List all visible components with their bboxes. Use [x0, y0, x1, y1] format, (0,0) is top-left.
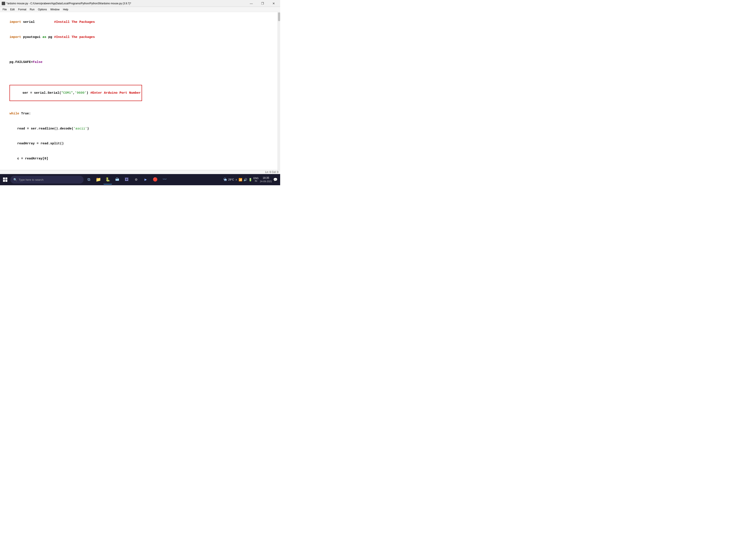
com-string: "COM1" [61, 91, 73, 95]
menu-options[interactable]: Options [36, 8, 48, 12]
code-line-6 [2, 70, 279, 75]
alias-pg: pg [46, 35, 52, 39]
search-placeholder: Type here to search [19, 178, 43, 181]
while-true: True: [19, 112, 31, 115]
menu-edit[interactable]: Edit [9, 8, 16, 12]
close-paren-serial: ) [86, 91, 90, 95]
search-icon: 🔍 [14, 178, 17, 182]
window-controls: — ❐ ✕ [247, 0, 279, 7]
clock-date: 24-09-2021 [260, 180, 272, 183]
weather-icon: 🌦 [224, 178, 227, 182]
spaces [35, 20, 54, 24]
c-assign: c = readArray[0] [10, 157, 48, 161]
terminal-icon: ▶ [145, 177, 147, 182]
python-icon: 🐍 [105, 177, 110, 182]
status-text: Ln: 6 Col: 0 [265, 171, 279, 174]
clock[interactable]: 18:35 24-09-2021 [260, 176, 272, 183]
menu-help[interactable]: Help [61, 8, 70, 12]
maximize-button[interactable]: ❐ [258, 0, 267, 7]
gallery-icon: 🖼 [125, 177, 129, 182]
app-icon [2, 2, 5, 5]
code-line-2: import pyautogui as pg #Install The pack… [2, 30, 279, 45]
comment-serial: #Enter Arduino Port Number [90, 91, 141, 95]
clock-time: 18:35 [260, 176, 272, 180]
system-tray: 🌦 29°C ∧ 📶 🔊 🔋 ENG IN 18:35 24-09-2021 💬 [224, 176, 279, 183]
file-explorer-button[interactable]: 📁 [94, 175, 103, 184]
battery-icon: 🔋 [249, 178, 252, 181]
title-bar: *arduino mouse.py - C:/Users/prabeen/App… [0, 0, 280, 7]
notification-icon[interactable]: 💬 [273, 177, 278, 182]
code-line-10: read = ser.readline().decode('ascii') [2, 121, 279, 136]
scrollbar[interactable] [278, 12, 280, 170]
comma-serial: , [73, 91, 75, 95]
module-serial: serial [21, 20, 35, 24]
close-button[interactable]: ✕ [269, 0, 279, 7]
terminal-button[interactable]: ▶ [141, 175, 150, 184]
keyword-import-1: import [10, 20, 21, 24]
taskbar-search[interactable]: 🔍 Type here to search [10, 176, 84, 184]
chrome-icon: 🔴 [153, 177, 157, 182]
photo-button[interactable]: 🏔 [113, 175, 122, 184]
menu-window[interactable]: Window [48, 8, 61, 12]
code-line-11: readArray = read.split() [2, 136, 279, 151]
close-paren-read: ) [87, 127, 89, 131]
menu-bar: File Edit Format Run Options Window Help [0, 7, 280, 12]
temperature: 29°C [228, 178, 234, 181]
pg-failsafe: pg.FAILSAFE= [10, 60, 33, 64]
gear-icon: ⚙ [135, 177, 138, 182]
language-indicator: ENG IN [254, 177, 258, 183]
task-view-icon: ⧉ [88, 177, 90, 182]
wave-button[interactable]: 〰 [160, 175, 169, 184]
menu-run[interactable]: Run [28, 8, 36, 12]
ser-assign: ser = serial.Serial( [22, 91, 61, 95]
photo-icon: 🏔 [115, 177, 119, 182]
status-bar: Ln: 6 Col: 0 [0, 170, 280, 174]
network-icon: 📶 [239, 178, 242, 181]
keyword-as: as [40, 35, 46, 39]
module-pyautogui: pyautogui [21, 35, 40, 39]
gallery-button[interactable]: 🖼 [122, 175, 131, 184]
code-line-8: ser = serial.Serial("COM1",'9600') #Ente… [2, 80, 279, 106]
start-button[interactable] [1, 175, 10, 184]
chevron-up-icon[interactable]: ∧ [235, 178, 237, 181]
code-line-9: while True: [2, 106, 279, 121]
python-button[interactable]: 🐍 [103, 175, 112, 184]
menu-format[interactable]: Format [16, 8, 28, 12]
comment-2: #Install The packages [52, 35, 95, 39]
windows-icon [3, 177, 7, 182]
code-line-3 [2, 45, 279, 50]
lang-primary: ENG [254, 177, 258, 180]
lang-secondary: IN [254, 180, 258, 183]
code-line-1: import serial #Install The Packages [2, 15, 279, 30]
chrome-button[interactable]: 🔴 [151, 175, 159, 184]
menu-file[interactable]: File [1, 8, 9, 12]
window-title: *arduino mouse.py - C:/Users/prabeen/App… [7, 2, 247, 5]
ascii-string: 'ascii' [73, 127, 87, 131]
minimize-button[interactable]: — [247, 0, 256, 7]
sound-icon: 🔊 [244, 178, 247, 181]
keyword-while: while [10, 112, 19, 115]
scrollbar-thumb[interactable] [278, 13, 280, 21]
code-line-7 [2, 75, 279, 80]
code-line-4 [2, 50, 279, 55]
wave-icon: 〰 [163, 177, 167, 182]
code-line-5: pg.FAILSAFE=False [2, 55, 279, 70]
comment-1: #Install The Packages [54, 20, 95, 24]
folder-icon: 📁 [96, 177, 101, 182]
task-view-button[interactable]: ⧉ [85, 175, 93, 184]
highlighted-serial-line: ser = serial.Serial("COM1",'9600') #Ente… [10, 85, 142, 101]
false-keyword: False [33, 60, 42, 64]
code-editor[interactable]: import serial #Install The Packages impo… [0, 12, 280, 174]
read-assign: read = ser.readline().decode( [10, 127, 73, 131]
taskbar: 🔍 Type here to search ⧉ 📁 🐍 🏔 🖼 ⚙ ▶ 🔴 〰 … [0, 174, 280, 185]
readarray-assign: readArray = read.split() [10, 142, 64, 145]
baud-string: '9600' [75, 91, 86, 95]
code-line-12: c = readArray[0] [2, 151, 279, 166]
keyword-import-2: import [10, 35, 21, 39]
settings-button[interactable]: ⚙ [132, 175, 141, 184]
